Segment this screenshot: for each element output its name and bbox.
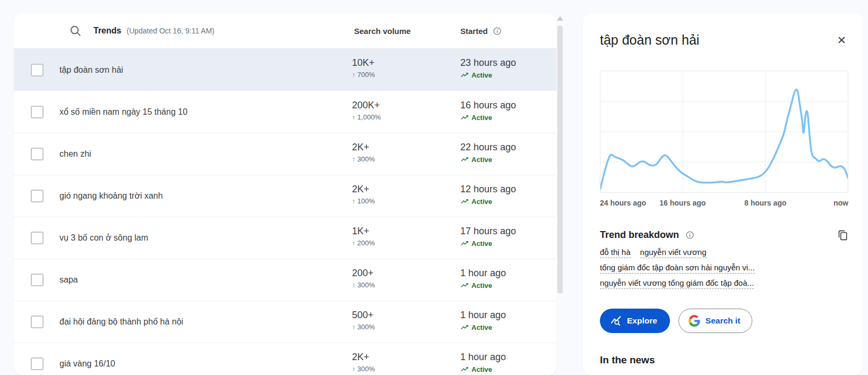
- started-time: 1 hour ago: [460, 267, 556, 279]
- trends-updated-timestamp: (Updated Oct 16, 9:11 AM): [126, 27, 214, 35]
- trend-term: gió ngang khoảng trời xanh: [59, 191, 352, 201]
- trending-up-icon: [460, 281, 469, 289]
- active-status-badge: Active: [460, 281, 556, 289]
- search-volume-change: ↑ 300%: [352, 281, 460, 289]
- row-checkbox[interactable]: [31, 316, 44, 328]
- row-checkbox[interactable]: [31, 232, 44, 244]
- search-volume-change: ↑ 700%: [352, 71, 460, 79]
- table-row[interactable]: vụ 3 bố con ở sông lam1K+↑ 200%17 hours …: [14, 217, 556, 259]
- search-volume-change: ↑ 300%: [352, 155, 460, 163]
- active-status-label: Active: [471, 282, 492, 289]
- x-tick-now: now: [833, 199, 848, 207]
- trend-term: sapa: [59, 275, 352, 285]
- x-tick-8h: 8 hours ago: [744, 199, 786, 207]
- breakdown-link[interactable]: tổng giám đốc tập đoàn sơn hải nguyễn vi…: [600, 263, 755, 274]
- search-volume-value: 200K+: [352, 99, 460, 111]
- search-volume-cell: 2K+↑ 100%: [352, 175, 460, 217]
- active-status-label: Active: [471, 114, 492, 122]
- search-volume-cell: 200K+↑ 1,000%: [352, 91, 460, 133]
- trend-term: tập đoàn sơn hải: [59, 65, 352, 75]
- breakdown-link[interactable]: nguyễn viết vương tổng giám đốc tập đoà.…: [600, 278, 754, 289]
- search-volume-cell: 1K+↑ 200%: [352, 217, 460, 259]
- table-row[interactable]: đại hội đảng bộ thành phố hà nội500+↑ 30…: [14, 301, 556, 343]
- search-volume-change: ↑ 200%: [352, 239, 460, 247]
- active-status-label: Active: [471, 240, 492, 248]
- trending-up-icon: [460, 197, 469, 206]
- scroll-up-arrow[interactable]: [557, 16, 563, 21]
- started-cell: 1 hour agoActive: [460, 301, 556, 343]
- copy-icon[interactable]: [838, 230, 848, 241]
- active-status-badge: Active: [460, 365, 556, 373]
- trend-term: vụ 3 bố con ở sông lam: [59, 233, 352, 243]
- row-checkbox[interactable]: [31, 148, 44, 160]
- search-volume-cell: 2K+↑ 300%: [352, 133, 460, 175]
- search-volume-cell: 200+↑ 300%: [352, 259, 460, 301]
- table-row[interactable]: gió ngang khoảng trời xanh2K+↑ 100%12 ho…: [14, 175, 556, 217]
- started-time: 16 hours ago: [460, 99, 556, 111]
- search-volume-change: ↑ 100%: [352, 197, 460, 205]
- row-checkbox[interactable]: [31, 64, 44, 76]
- x-tick-24h: 24 hours ago: [600, 199, 646, 207]
- active-status-label: Active: [471, 365, 492, 373]
- info-icon[interactable]: [685, 231, 694, 240]
- active-status-badge: Active: [460, 155, 556, 164]
- column-header-started: Started: [460, 13, 502, 48]
- trend-breakdown-title: Trend breakdown: [600, 229, 679, 241]
- close-icon[interactable]: ✕: [835, 32, 848, 48]
- search-volume-cell: 500+↑ 300%: [352, 301, 460, 343]
- active-status-label: Active: [471, 323, 492, 331]
- search-volume-value: 500+: [352, 309, 460, 321]
- search-volume-value: 2K+: [352, 183, 460, 195]
- search-volume-change: ↑ 1,000%: [352, 113, 460, 121]
- explore-button[interactable]: Explore: [600, 309, 670, 333]
- started-time: 17 hours ago: [460, 225, 556, 237]
- table-row[interactable]: tập đoàn sơn hải10K+↑ 700%23 hours agoAc…: [14, 49, 556, 91]
- started-time: 12 hours ago: [460, 183, 556, 195]
- started-time: 23 hours ago: [460, 57, 556, 69]
- row-checkbox[interactable]: [31, 357, 44, 370]
- active-status-badge: Active: [460, 239, 556, 248]
- search-icon[interactable]: [69, 24, 82, 37]
- trends-row-list: tập đoàn sơn hải10K+↑ 700%23 hours agoAc…: [14, 49, 556, 375]
- table-row[interactable]: giá vàng 16/102K+↑ 300%1 hour agoActive: [14, 343, 556, 375]
- search-volume-change: ↑ 300%: [352, 323, 460, 331]
- search-volume-value: 2K+: [352, 141, 460, 153]
- x-tick-16h: 16 hours ago: [659, 199, 706, 207]
- active-status-badge: Active: [460, 323, 556, 331]
- scrollbar-thumb[interactable]: [557, 25, 563, 294]
- chart-x-axis: 24 hours ago 16 hours ago 8 hours ago no…: [600, 199, 848, 209]
- google-g-logo-icon: [689, 315, 700, 327]
- info-icon[interactable]: [493, 27, 502, 36]
- trends-title: Trends: [93, 26, 121, 36]
- trends-logo-icon: [611, 316, 622, 327]
- trending-up-icon: [460, 239, 469, 248]
- trend-term: xổ số miền nam ngày 15 tháng 10: [59, 107, 352, 117]
- row-checkbox[interactable]: [31, 190, 44, 202]
- row-checkbox[interactable]: [31, 106, 44, 118]
- search-it-button[interactable]: Search it: [678, 309, 752, 333]
- search-volume-cell: 10K+↑ 700%: [352, 49, 460, 91]
- search-volume-value: 10K+: [352, 57, 460, 69]
- search-volume-change: ↑ 300%: [352, 365, 460, 373]
- trend-term: đại hội đảng bộ thành phố hà nội: [59, 317, 352, 327]
- active-status-label: Active: [471, 71, 492, 79]
- column-header-search-volume: Search volume: [354, 13, 411, 48]
- table-row[interactable]: sapa200+↑ 300%1 hour agoActive: [14, 259, 556, 301]
- trending-up-icon: [460, 113, 469, 122]
- started-cell: 23 hours agoActive: [460, 49, 556, 91]
- trending-up-icon: [460, 155, 469, 164]
- trend-term: chen zhi: [59, 149, 352, 159]
- trend-line-series: [600, 90, 848, 189]
- table-row[interactable]: xổ số miền nam ngày 15 tháng 10200K+↑ 1,…: [14, 91, 556, 133]
- row-checkbox[interactable]: [31, 274, 44, 286]
- breakdown-link[interactable]: đỗ thị hà: [600, 248, 631, 258]
- started-cell: 16 hours agoActive: [460, 91, 556, 133]
- active-status-badge: Active: [460, 197, 556, 206]
- active-status-badge: Active: [460, 113, 556, 122]
- started-cell: 22 hours agoActive: [460, 133, 556, 175]
- trending-up-icon: [460, 323, 469, 331]
- trending-up-icon: [460, 71, 469, 79]
- active-status-label: Active: [471, 156, 492, 164]
- breakdown-link[interactable]: nguyễn viết vương: [640, 248, 707, 258]
- table-row[interactable]: chen zhi2K+↑ 300%22 hours agoActive: [14, 133, 556, 175]
